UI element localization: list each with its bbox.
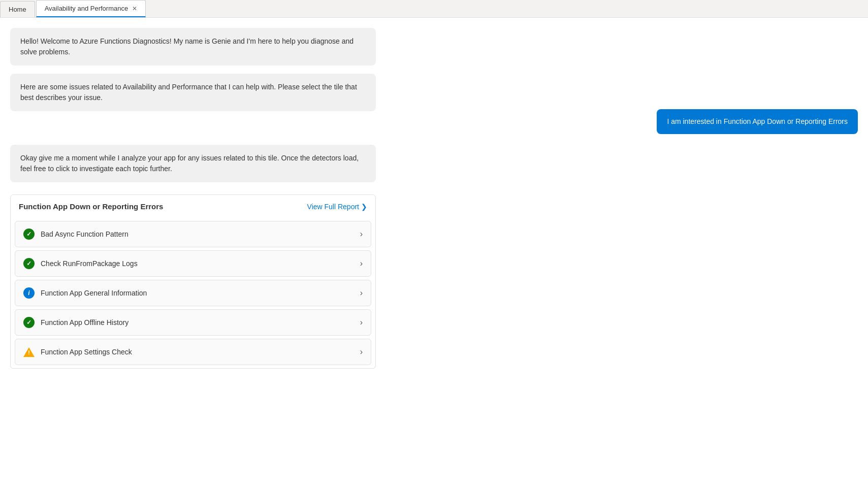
detector-item-label-general-info: Function App General Information (41, 289, 147, 297)
detector-section: Function App Down or Reporting Errors Vi… (10, 194, 376, 369)
detector-item-label-settings-check: Function App Settings Check (41, 348, 132, 356)
bot-message-3: Okay give me a moment while I analyze yo… (10, 145, 376, 182)
detector-item-label-bad-async: Bad Async Function Pattern (41, 230, 128, 238)
detector-item-runfrom[interactable]: Check RunFromPackage Logs › (15, 250, 371, 277)
chevron-right-settings-check: › (360, 347, 363, 356)
chevron-right-icon: ❯ (361, 203, 367, 211)
success-icon-bad-async (23, 229, 35, 240)
success-icon-offline-history (23, 317, 35, 328)
tab-availability[interactable]: Availability and Performance ✕ (36, 0, 146, 17)
chevron-right-runfrom: › (360, 259, 363, 268)
user-message-1: I am interested in Function App Down or … (657, 109, 858, 134)
bot-message-2: Here are some issues related to Availabi… (10, 74, 376, 111)
detector-item-general-info[interactable]: Function App General Information › (15, 280, 371, 306)
conversation-panel: Hello! Welcome to Azure Functions Diagno… (0, 18, 386, 481)
tab-availability-label: Availability and Performance (45, 5, 128, 12)
tab-home[interactable]: Home (0, 1, 35, 17)
user-bubble-area: I am interested in Function App Down or … (396, 109, 858, 134)
chevron-right-offline-history: › (360, 318, 363, 327)
warning-icon-settings-check (23, 346, 35, 357)
info-icon-general-info (23, 287, 35, 299)
right-panel: I am interested in Function App Down or … (386, 18, 868, 481)
detector-header: Function App Down or Reporting Errors Vi… (11, 195, 375, 218)
main-content: Hello! Welcome to Azure Functions Diagno… (0, 18, 868, 481)
success-icon-runfrom (23, 258, 35, 269)
detector-item-offline-history[interactable]: Function App Offline History › (15, 309, 371, 336)
chevron-right-general-info: › (360, 288, 363, 298)
chevron-right-bad-async: › (360, 230, 363, 239)
view-full-report-link[interactable]: View Full Report ❯ (307, 203, 367, 211)
detector-item-settings-check[interactable]: Function App Settings Check › (15, 339, 371, 365)
tab-home-label: Home (9, 6, 26, 13)
detector-section-title: Function App Down or Reporting Errors (19, 202, 163, 211)
detector-item-bad-async[interactable]: Bad Async Function Pattern › (15, 221, 371, 247)
tab-close-icon[interactable]: ✕ (132, 6, 137, 12)
tab-bar: Home Availability and Performance ✕ (0, 0, 868, 18)
bot-message-1: Hello! Welcome to Azure Functions Diagno… (10, 28, 376, 66)
detector-item-label-runfrom: Check RunFromPackage Logs (41, 259, 138, 268)
detector-item-label-offline-history: Function App Offline History (41, 318, 128, 327)
